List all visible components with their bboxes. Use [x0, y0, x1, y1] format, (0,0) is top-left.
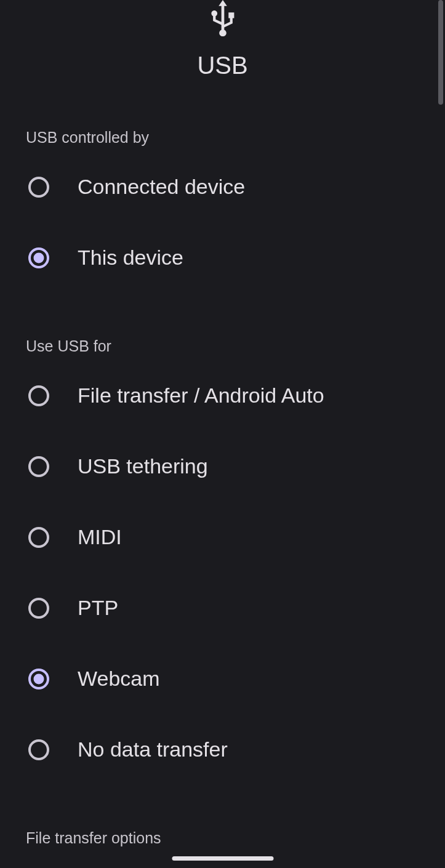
section-file-transfer-options: File transfer options Convert videos to …: [0, 829, 445, 868]
radio-label: MIDI: [78, 525, 122, 549]
scrollbar[interactable]: [438, 0, 443, 105]
section-header-controlled-by: USB controlled by: [26, 129, 419, 147]
radio-label: File transfer / Android Auto: [78, 384, 324, 408]
section-header-use-for: Use USB for: [26, 337, 419, 355]
radio-icon: [28, 456, 49, 477]
radio-option-webcam[interactable]: Webcam: [26, 643, 419, 714]
radio-option-no-data-transfer[interactable]: No data transfer: [26, 714, 419, 785]
header: USB: [0, 0, 445, 92]
radio-icon: [28, 669, 49, 689]
radio-icon: [28, 177, 49, 198]
navigation-bar-handle[interactable]: [172, 856, 273, 861]
radio-option-connected-device[interactable]: Connected device: [26, 151, 419, 222]
section-controlled-by: USB controlled by Connected device This …: [0, 129, 445, 293]
radio-label: This device: [78, 246, 183, 270]
radio-option-usb-tethering[interactable]: USB tethering: [26, 431, 419, 502]
section-header-file-transfer: File transfer options: [26, 829, 419, 847]
usb-icon: [207, 0, 239, 38]
page-title: USB: [197, 52, 247, 79]
radio-option-ptp[interactable]: PTP: [26, 573, 419, 643]
section-use-for: Use USB for File transfer / Android Auto…: [0, 337, 445, 785]
radio-label: USB tethering: [78, 454, 208, 478]
radio-option-this-device[interactable]: This device: [26, 222, 419, 293]
radio-icon: [28, 739, 49, 760]
radio-icon: [28, 527, 49, 548]
radio-icon: [28, 598, 49, 619]
radio-label: No data transfer: [78, 737, 228, 762]
radio-label: Connected device: [78, 175, 245, 199]
radio-label: Webcam: [78, 667, 160, 691]
radio-icon: [28, 385, 49, 406]
radio-label: PTP: [78, 596, 118, 620]
radio-option-file-transfer[interactable]: File transfer / Android Auto: [26, 360, 419, 431]
radio-option-midi[interactable]: MIDI: [26, 502, 419, 573]
radio-icon: [28, 247, 49, 268]
